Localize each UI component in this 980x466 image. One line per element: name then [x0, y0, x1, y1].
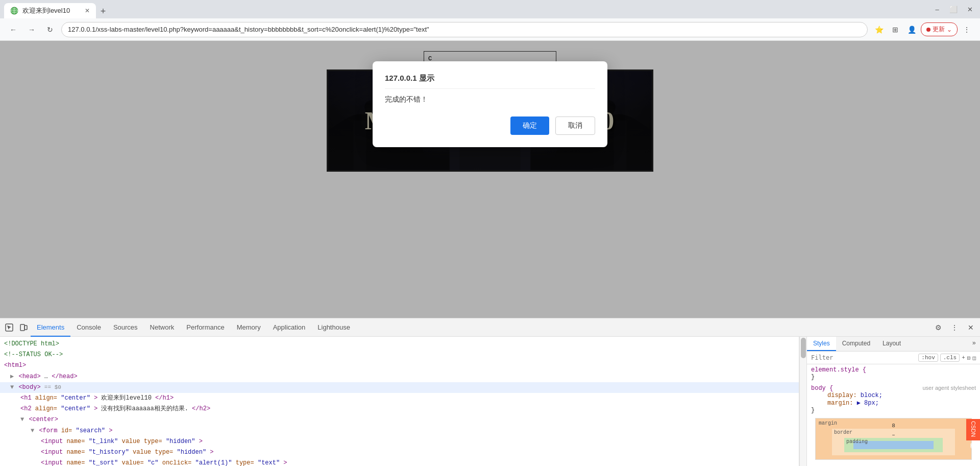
html-status-line: <!--STATUS OK--> — [0, 350, 799, 360]
box-border-value: – — [892, 432, 895, 438]
h2-attr-value: "center" — [61, 405, 90, 412]
svg-rect-6 — [20, 324, 24, 331]
devtools-device-icon[interactable] — [16, 320, 31, 335]
form-expand-arrow[interactable]: ▼ — [31, 427, 34, 434]
body-tag: <body> — [18, 384, 40, 391]
devtools-tab-elements[interactable]: Elements — [31, 318, 70, 337]
form-id-attr: id= — [61, 427, 72, 434]
devtools-tab-sources[interactable]: Sources — [107, 318, 144, 337]
dialog-message: 完成的不错！ — [385, 95, 595, 104]
styles-tabs: Styles Computed Layout » — [807, 337, 980, 352]
input-tlink-tag: <input — [41, 438, 66, 445]
h2-close: > — [94, 405, 97, 412]
body-style-header: body { user agent stylesheet — [811, 385, 976, 392]
h1-attr-name: align= — [35, 394, 57, 402]
html-tag: <html> — [4, 362, 26, 369]
bookmark-button[interactable]: ⭐ — [872, 22, 886, 37]
center-open-line: ▼ <center> — [0, 414, 799, 425]
dialog-ok-button[interactable]: 确定 — [510, 116, 549, 135]
profile-button[interactable]: 👤 — [904, 22, 919, 37]
minimize-button[interactable]: – — [931, 3, 943, 15]
tab-close-button[interactable]: ✕ — [85, 7, 90, 14]
styles-tab-computed[interactable]: Computed — [836, 337, 876, 351]
devtools-tab-application[interactable]: Application — [267, 318, 312, 337]
dialog-overlay: 127.0.0.1 显示 完成的不错！ 确定 取消 — [0, 41, 980, 318]
form-tag-close: > — [109, 427, 112, 434]
browser-tab[interactable]: 欢迎来到level10 ✕ — [4, 3, 96, 18]
element-style-selector: element.style { — [811, 366, 976, 374]
elements-scrollbar[interactable] — [799, 337, 806, 466]
body-margin-prop: margin: ▶ 8px; — [811, 399, 976, 407]
devtools-settings-icon[interactable]: ⚙ — [931, 320, 945, 335]
main-content: 127.0.0.1 显示 完成的不错！ 确定 取消 — [0, 41, 980, 466]
update-arrow: ⌄ — [947, 26, 952, 33]
styles-tab-more[interactable]: » — [968, 337, 980, 351]
styles-layout-icon[interactable]: ⊡ — [967, 355, 971, 361]
maximize-button[interactable]: ⬜ — [947, 3, 960, 15]
update-label: 更新 — [933, 25, 945, 34]
style-block-element: element.style { } — [811, 366, 976, 381]
url-input[interactable] — [61, 22, 868, 37]
styles-add-icon[interactable]: + — [962, 355, 965, 361]
body-dom-marker: == $0 — [44, 384, 61, 390]
h1-end-tag: </h1> — [155, 394, 174, 402]
elements-panel[interactable]: <!DOCTYPE html> <!--STATUS OK--> <html> … — [0, 337, 799, 466]
box-margin-value: 8 — [892, 423, 895, 429]
devtools-panel: Elements Console Sources Network Perform… — [0, 318, 980, 466]
h2-open-tag: <h2 — [20, 405, 35, 412]
body-expand-arrow[interactable]: ▼ — [10, 384, 14, 391]
dialog-cancel-button[interactable]: 取消 — [555, 116, 595, 135]
styles-cls-badge[interactable]: .cls — [940, 354, 960, 362]
devtools-side-icons: ⚙ ⋮ ✕ — [931, 320, 978, 335]
window-controls: – ⬜ ✕ — [931, 3, 976, 15]
center-expand-arrow[interactable]: ▼ — [20, 416, 24, 423]
h1-open-tag: <h1 — [20, 394, 35, 402]
devtools-tab-lighthouse[interactable]: Lighthouse — [311, 318, 356, 337]
devtools-toolbar: Elements Console Sources Network Perform… — [0, 318, 980, 337]
h1-line: <h1 align= "center" > 欢迎来到level10 </h1> — [0, 393, 799, 404]
toolbar-actions: ⭐ ⊞ 👤 更新 ⌄ ⋮ — [872, 22, 974, 37]
styles-panel: Styles Computed Layout » :hov .cls + ⊡ ◫ — [806, 337, 980, 466]
devtools-tab-performance[interactable]: Performance — [180, 318, 230, 337]
new-tab-button[interactable]: + — [96, 4, 110, 18]
head-close-tag: </head> — [52, 373, 77, 380]
input-tlink-line: <input name= "t_link" value type= "hidde… — [0, 436, 799, 447]
settings-button[interactable]: ⋮ — [960, 22, 974, 37]
back-button[interactable]: ← — [6, 22, 20, 37]
update-dot — [926, 28, 930, 32]
forward-button[interactable]: → — [24, 22, 39, 37]
browser-window: 欢迎来到level10 ✕ + – ⬜ ✕ ← → ↻ ⭐ ⊞ 👤 更新 ⌄ ⋮ — [0, 0, 980, 466]
input-tlink-name-val: "t_link" — [89, 438, 118, 445]
devtools-more-icon[interactable]: ⋮ — [947, 320, 962, 335]
dialog-title: 127.0.0.1 显示 — [385, 74, 595, 89]
update-button[interactable]: 更新 ⌄ — [921, 22, 958, 36]
head-expand-arrow[interactable]: ▶ — [10, 373, 14, 380]
form-tag: <form — [39, 427, 61, 434]
csdn-badge[interactable]: CSDN 经验 — [966, 419, 980, 440]
refresh-button[interactable]: ↻ — [43, 22, 57, 37]
body-style-close: } — [811, 407, 976, 414]
styles-filter-bar: :hov .cls + ⊡ ◫ — [807, 352, 980, 364]
body-line[interactable]: ▼ <body> == $0 — [0, 382, 799, 393]
devtools-inspect-icon[interactable] — [2, 320, 16, 335]
devtools-tab-console[interactable]: Console — [70, 318, 107, 337]
center-tag: <center> — [29, 416, 58, 423]
doctype-text: <!DOCTYPE html> — [4, 340, 59, 347]
styles-tab-styles[interactable]: Styles — [807, 337, 836, 351]
title-bar: 欢迎来到level10 ✕ + – ⬜ ✕ — [0, 0, 980, 18]
box-model: margin 8 border – padding — [815, 418, 972, 460]
styles-hov-badge[interactable]: :hov — [918, 354, 938, 362]
close-button[interactable]: ✕ — [964, 3, 976, 15]
box-border: border – padding — [832, 429, 955, 455]
devtools-close-icon[interactable]: ✕ — [964, 320, 978, 335]
styles-tab-layout[interactable]: Layout — [876, 337, 907, 351]
extension-button[interactable]: ⊞ — [888, 22, 902, 37]
styles-filter-input[interactable] — [811, 354, 916, 361]
input-thistory-line: <input name= "t_history" value type= "hi… — [0, 447, 799, 458]
box-padding-label: padding — [846, 439, 868, 445]
devtools-tab-network[interactable]: Network — [144, 318, 181, 337]
devtools-tab-memory[interactable]: Memory — [231, 318, 267, 337]
style-block-body: body { user agent stylesheet display: bl… — [811, 385, 976, 414]
styles-more-icon[interactable]: ◫ — [972, 355, 976, 361]
page-area: 127.0.0.1 显示 完成的不错！ 确定 取消 — [0, 41, 980, 318]
